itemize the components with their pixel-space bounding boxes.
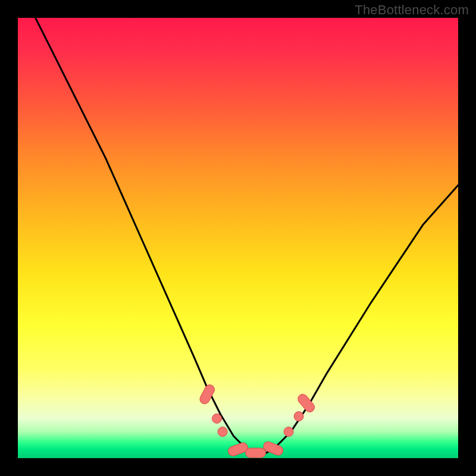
curve-marker	[294, 412, 303, 421]
curve-marker	[212, 414, 222, 423]
plot-area	[18, 18, 458, 458]
curve-layer	[18, 18, 458, 458]
bottleneck-curve	[36, 18, 458, 454]
curve-marker	[246, 448, 266, 458]
curve-marker	[218, 427, 227, 437]
chart-frame: TheBottleneck.com	[0, 0, 476, 476]
watermark-text: TheBottleneck.com	[355, 2, 469, 18]
curve-marker	[284, 427, 293, 437]
